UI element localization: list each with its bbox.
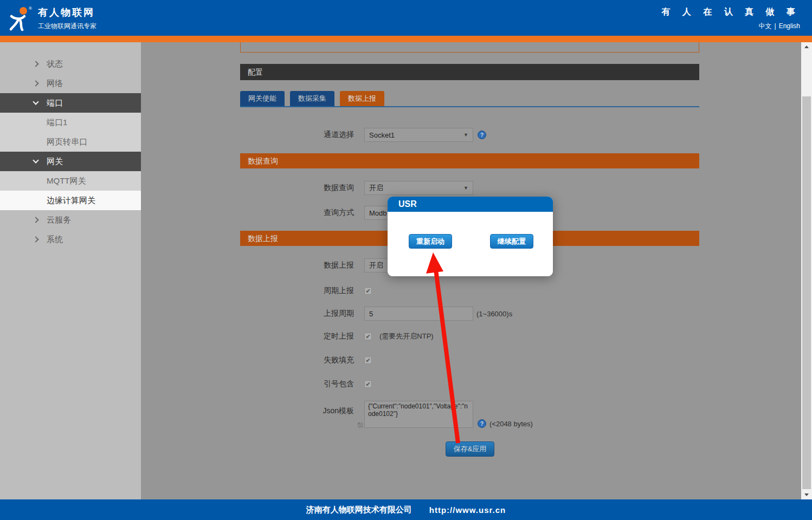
description-box: 包括边缘采集、边缘计算、边缘上报等功能，支持Modbus RTU转Json，Mo… — [240, 42, 699, 53]
query-method-select-value: Modb — [369, 209, 387, 217]
field-row-channel: 通道选择 Socket1 ▼ ? — [240, 128, 486, 142]
sidebar-item-label: MQTT网关 — [47, 176, 86, 186]
footer-url-link[interactable]: http://www.usr.cn — [429, 505, 506, 515]
tab-underline — [240, 106, 699, 107]
lang-zh-link[interactable]: 中文 — [759, 22, 772, 30]
data-query-label: 数据查询 — [240, 183, 354, 193]
app-header: ® 有人物联网 工业物联网通讯专家 有 人 在 认 真 做 事 中文|Engli… — [0, 0, 812, 36]
chevron-down-icon — [33, 99, 38, 105]
field-row-fail-fill: 失败填充 — [240, 355, 372, 365]
restart-button[interactable]: 重新启动 — [409, 234, 452, 249]
period-report-label: 周期上报 — [240, 286, 354, 296]
fail-fill-checkbox[interactable] — [364, 356, 372, 364]
data-query-select-value: 开启 — [369, 183, 383, 193]
field-row-timed-report: 定时上报 (需要先开启NTP) — [240, 332, 434, 341]
brand-title: 有人物联网 — [38, 6, 96, 19]
data-report-select-value: 开启 — [369, 261, 383, 270]
scroll-up-button[interactable] — [801, 42, 812, 51]
footer-company: 济南有人物联网技术有限公司 — [306, 505, 412, 515]
dropdown-arrow-icon: ▼ — [463, 185, 468, 191]
footer: 济南有人物联网技术有限公司 http://www.usr.cn — [0, 499, 812, 520]
data-query-select[interactable]: 开启 ▼ — [364, 181, 473, 195]
tab-data-collect[interactable]: 数据采集 — [290, 91, 334, 106]
field-row-quote-include: 引号包含 — [240, 379, 372, 389]
tab-data-report[interactable]: 数据上报 — [340, 91, 384, 106]
brand-text: 有人物联网 工业物联网通讯专家 — [38, 6, 96, 31]
config-section-bar: 配置 — [240, 64, 699, 80]
usr-logo-icon: ® — [8, 5, 33, 31]
period-report-checkbox[interactable] — [364, 287, 372, 295]
scroll-down-button[interactable] — [801, 490, 812, 499]
help-icon[interactable]: ? — [478, 131, 486, 139]
sidebar-item-network[interactable]: 网络 — [0, 74, 141, 93]
data-report-label: 数据上报 — [240, 261, 354, 270]
quote-include-checkbox[interactable] — [364, 380, 372, 388]
dropdown-arrow-icon: ▼ — [463, 132, 468, 138]
sidebar-item-label: 网络 — [47, 79, 63, 89]
language-switch: 中文|English — [661, 22, 800, 31]
sidebar-item-system[interactable]: 系统 — [0, 230, 141, 249]
report-period-hint: (1~36000)s — [476, 310, 512, 318]
json-template-textarea[interactable]: {"Current":"node0101","Voltage":"node010… — [364, 401, 473, 428]
description-text: 包括边缘采集、边缘计算、边缘上报等功能，支持Modbus RTU转Json，Mo… — [241, 42, 699, 43]
timed-report-hint: (需要先开启NTP) — [379, 332, 434, 341]
fail-fill-label: 失败填充 — [240, 355, 354, 365]
slogan: 有 人 在 认 真 做 事 — [661, 6, 800, 18]
dialog-title: USR — [388, 197, 553, 212]
sidebar-item-label: 边缘计算网关 — [47, 196, 95, 206]
usr-dialog: USR 重新启动 继续配置 — [388, 197, 553, 276]
sidebar-item-status[interactable]: 状态 — [0, 54, 141, 74]
save-apply-button[interactable]: 保存&应用 — [446, 441, 494, 457]
brand: ® 有人物联网 工业物联网通讯专家 — [8, 5, 96, 31]
channel-select-value: Socket1 — [369, 131, 395, 139]
sidebar: 状态 网络 端口 端口1 网页转串口 网关 MQTT网关 边缘计算网关 云服务 … — [0, 42, 141, 499]
chevron-right-icon — [33, 80, 38, 86]
chevron-right-icon — [33, 236, 38, 242]
data-query-section-bar: 数据查询 — [240, 153, 699, 168]
chevron-right-icon — [33, 217, 38, 223]
sidebar-item-label: 网关 — [47, 157, 63, 167]
report-period-input[interactable] — [364, 307, 473, 321]
tab-gateway-enable[interactable]: 网关使能 — [240, 91, 285, 106]
field-row-data-query: 数据查询 开启 ▼ — [240, 181, 473, 195]
query-method-label: 查询方式 — [240, 208, 354, 218]
chevron-down-icon — [33, 157, 38, 163]
scroll-down-icon — [804, 493, 809, 496]
channel-select[interactable]: Socket1 ▼ — [364, 128, 473, 142]
sidebar-item-port1[interactable]: 端口1 — [0, 113, 141, 132]
sidebar-item-label: 云服务 — [47, 215, 71, 225]
help-icon[interactable]: ? — [478, 419, 486, 428]
resize-handle-icon[interactable] — [358, 422, 363, 428]
brand-subtitle: 工业物联网通讯专家 — [38, 22, 96, 31]
sidebar-item-label: 状态 — [47, 59, 63, 69]
tab-bar: 网关使能 数据采集 数据上报 — [240, 91, 384, 106]
json-template-hint: (<2048 bytes) — [489, 420, 533, 428]
field-row-json-template: Json模板 {"Current":"node0101","Voltage":"… — [240, 401, 533, 428]
channel-label: 通道选择 — [240, 130, 354, 140]
continue-config-button[interactable]: 继续配置 — [490, 234, 533, 249]
sidebar-item-web-to-serial[interactable]: 网页转串口 — [0, 132, 141, 152]
lang-divider: | — [775, 22, 776, 30]
field-row-report-period: 上报周期 (1~36000)s — [240, 307, 512, 321]
sidebar-item-cloud[interactable]: 云服务 — [0, 210, 141, 230]
vertical-scrollbar[interactable] — [801, 42, 812, 499]
field-row-period-report: 周期上报 — [240, 286, 372, 296]
svg-text:®: ® — [29, 6, 32, 11]
lang-en-link[interactable]: English — [779, 22, 800, 30]
sidebar-item-mqtt-gateway[interactable]: MQTT网关 — [0, 171, 141, 191]
sidebar-item-gateway[interactable]: 网关 — [0, 152, 141, 171]
scroll-up-icon — [804, 46, 809, 48]
timed-report-checkbox[interactable] — [364, 333, 372, 340]
sidebar-item-label: 端口 — [47, 98, 63, 108]
sidebar-item-port[interactable]: 端口 — [0, 93, 141, 113]
timed-report-label: 定时上报 — [240, 332, 354, 341]
report-period-label: 上报周期 — [240, 309, 354, 318]
sidebar-item-edge-gateway[interactable]: 边缘计算网关 — [0, 191, 141, 210]
accent-strip — [0, 36, 812, 42]
scrollbar-thumb[interactable] — [802, 96, 811, 489]
quote-include-label: 引号包含 — [240, 379, 354, 389]
header-right: 有 人 在 认 真 做 事 中文|English — [661, 6, 800, 31]
sidebar-item-label: 系统 — [47, 235, 63, 245]
chevron-right-icon — [33, 61, 38, 67]
sidebar-item-label: 网页转串口 — [47, 137, 87, 147]
